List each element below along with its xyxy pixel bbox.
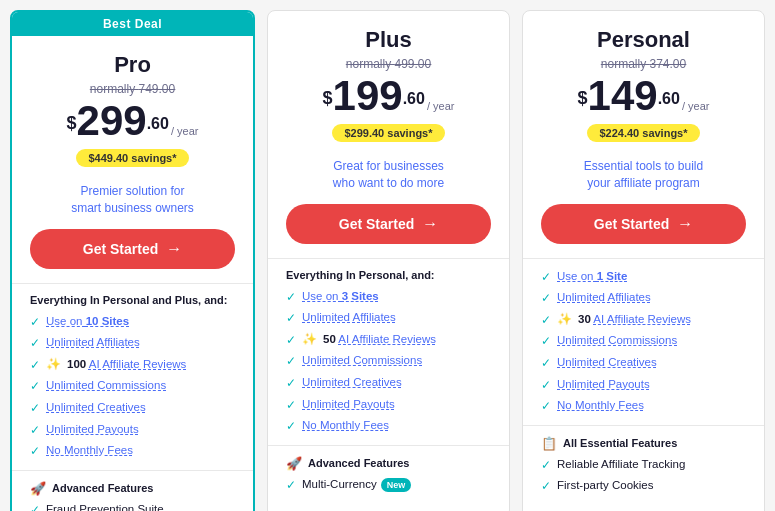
feature-item: ✓ Unlimited Commissions xyxy=(541,333,746,350)
plan-normal-price-personal: normally 374.00 xyxy=(541,57,746,71)
rocket-icon: 🚀 xyxy=(286,456,302,471)
btn-arrow-icon: → xyxy=(677,215,693,233)
check-icon: ✓ xyxy=(30,358,40,374)
check-icon: ✓ xyxy=(541,479,551,495)
divider xyxy=(12,283,253,284)
plan-price-row-personal: $149.60/ year xyxy=(541,75,746,117)
get-started-btn-plus[interactable]: Get Started → xyxy=(286,204,491,244)
check-icon: ✓ xyxy=(30,503,40,511)
feature-text: Unlimited Creatives xyxy=(46,400,146,415)
plan-name-personal: Personal xyxy=(541,27,746,53)
savings-row-personal: $224.40 savings* xyxy=(541,123,746,150)
feature-link[interactable]: Unlimited Affiliates xyxy=(557,291,651,303)
check-icon: ✓ xyxy=(286,354,296,370)
plan-body-pro: Pronormally 749.00 $299.60/ year $449.40… xyxy=(12,36,253,511)
feature-link[interactable]: Unlimited Payouts xyxy=(302,398,395,410)
feature-text: 50 AI Affiliate Reviews xyxy=(323,332,436,347)
check-icon: ✓ xyxy=(286,311,296,327)
plan-normal-price-pro: normally 749.00 xyxy=(30,82,235,96)
feature-item: ✓ Use on 10 Sites xyxy=(30,314,235,331)
feature-link[interactable]: Use on 1 Site xyxy=(557,270,627,282)
feature-item: ✓ Unlimited Creatives xyxy=(286,375,491,392)
btn-arrow-icon: → xyxy=(422,215,438,233)
feature-link[interactable]: Use on 10 Sites xyxy=(46,315,129,327)
plan-price-cents: .60 xyxy=(147,115,169,132)
feature-link[interactable]: Unlimited Payouts xyxy=(46,423,139,435)
feature-item: ✓ Unlimited Payouts xyxy=(30,422,235,439)
savings-row-plus: $299.40 savings* xyxy=(286,123,491,150)
feature-text: Unlimited Creatives xyxy=(302,375,402,390)
feature-link[interactable]: AI Affiliate Reviews xyxy=(593,313,691,325)
plan-price-dollar: $ xyxy=(67,113,77,133)
feature-text: Unlimited Payouts xyxy=(302,397,395,412)
check-icon: ✓ xyxy=(541,356,551,372)
check-icon: ✓ xyxy=(286,333,296,349)
includes-label-pro: Everything In Personal and Plus, and: xyxy=(30,294,235,306)
divider xyxy=(268,445,509,446)
feature-link[interactable]: Unlimited Payouts xyxy=(557,378,650,390)
check-icon: ✓ xyxy=(541,291,551,307)
includes-label-plus: Everything In Personal, and: xyxy=(286,269,491,281)
check-icon: ✓ xyxy=(541,399,551,415)
clipboard-icon: 📋 xyxy=(541,436,557,451)
plan-name-pro: Pro xyxy=(30,52,235,78)
divider xyxy=(12,470,253,471)
check-icon: ✓ xyxy=(286,419,296,435)
savings-row-pro: $449.40 savings* xyxy=(30,148,235,175)
feature-link[interactable]: AI Affiliate Reviews xyxy=(89,358,187,370)
advanced-feature-item: ✓ Multi-CurrencyNew xyxy=(286,477,491,494)
plan-name-plus: Plus xyxy=(286,27,491,53)
plan-price-period: / year xyxy=(682,100,710,112)
plan-price-cents: .60 xyxy=(403,90,425,107)
plan-description-pro: Premier solution forsmart business owner… xyxy=(30,183,235,217)
feature-text: Unlimited Payouts xyxy=(557,377,650,392)
plan-price-row-pro: $299.60/ year xyxy=(30,100,235,142)
savings-badge-personal: $224.40 savings* xyxy=(587,124,699,142)
feature-list-pro: ✓ Use on 10 Sites ✓ Unlimited Affiliates… xyxy=(30,314,235,460)
feature-item: ✓ ✨ 100 AI Affiliate Reviews xyxy=(30,357,235,374)
feature-link[interactable]: No Monthly Fees xyxy=(302,419,389,431)
feature-link[interactable]: Unlimited Commissions xyxy=(302,354,422,366)
check-icon: ✓ xyxy=(541,334,551,350)
plan-card-plus: Plusnormally 499.00 $199.60/ year $299.4… xyxy=(267,10,510,511)
feature-item: ✓ ✨ 50 AI Affiliate Reviews xyxy=(286,332,491,349)
plan-price-dollar: $ xyxy=(323,88,333,108)
feature-link[interactable]: Unlimited Affiliates xyxy=(302,311,396,323)
check-icon: ✓ xyxy=(286,398,296,414)
feature-link[interactable]: No Monthly Fees xyxy=(557,399,644,411)
feature-item: ✓ Use on 1 Site xyxy=(541,269,746,286)
advanced-feature-item: ✓ First-party Cookies xyxy=(541,478,746,495)
get-started-btn-personal[interactable]: Get Started → xyxy=(541,204,746,244)
feature-link[interactable]: No Monthly Fees xyxy=(46,444,133,456)
feature-text: No Monthly Fees xyxy=(557,398,644,413)
check-icon: ✓ xyxy=(30,423,40,439)
feature-link[interactable]: Unlimited Affiliates xyxy=(46,336,140,348)
sparkle-icon: ✨ xyxy=(557,312,572,328)
rocket-icon: 🚀 xyxy=(30,481,46,496)
feature-item: ✓ ✨ 30 AI Affiliate Reviews xyxy=(541,312,746,329)
advanced-feature-list-plus: ✓ Multi-CurrencyNew xyxy=(286,477,491,494)
get-started-btn-pro[interactable]: Get Started → xyxy=(30,229,235,269)
get-started-label: Get Started xyxy=(83,241,158,257)
feature-link[interactable]: Unlimited Creatives xyxy=(46,401,146,413)
feature-link[interactable]: Use on 3 Sites xyxy=(302,290,379,302)
plan-description-plus: Great for businesseswho want to do more xyxy=(286,158,491,192)
feature-link[interactable]: AI Affiliate Reviews xyxy=(338,333,436,345)
feature-link[interactable]: Unlimited Creatives xyxy=(302,376,402,388)
feature-text: Unlimited Commissions xyxy=(557,333,677,348)
feature-text: First-party Cookies xyxy=(557,478,654,493)
plan-card-personal: Personalnormally 374.00 $149.60/ year $2… xyxy=(522,10,765,511)
feature-link[interactable]: Unlimited Creatives xyxy=(557,356,657,368)
feature-item: ✓ Use on 3 Sites xyxy=(286,289,491,306)
savings-badge-plus: $299.40 savings* xyxy=(332,124,444,142)
feature-item: ✓ Unlimited Affiliates xyxy=(286,310,491,327)
feature-link[interactable]: Unlimited Commissions xyxy=(46,379,166,391)
plan-normal-price-plus: normally 499.00 xyxy=(286,57,491,71)
best-deal-badge: Best Deal xyxy=(12,12,253,36)
feature-text: No Monthly Fees xyxy=(302,418,389,433)
advanced-label-pro: 🚀 Advanced Features xyxy=(30,481,235,496)
check-icon: ✓ xyxy=(30,444,40,460)
plan-body-personal: Personalnormally 374.00 $149.60/ year $2… xyxy=(523,11,764,511)
btn-arrow-icon: → xyxy=(166,240,182,258)
feature-link[interactable]: Unlimited Commissions xyxy=(557,334,677,346)
